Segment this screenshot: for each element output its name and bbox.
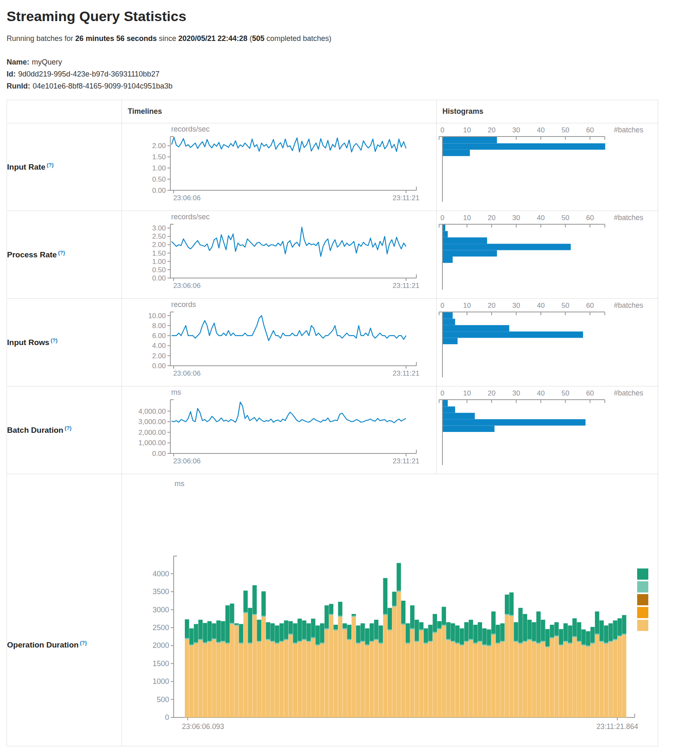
stacked-bar-base bbox=[379, 644, 383, 717]
stacked-bar-top bbox=[325, 605, 329, 628]
stacked-bar-mid bbox=[320, 643, 324, 644]
stacked-bar-top bbox=[239, 624, 243, 643]
stacked-bar-base bbox=[343, 629, 347, 717]
stacked-bar-top bbox=[347, 625, 351, 639]
stacked-bar-base bbox=[509, 616, 514, 717]
svg-text:1.00: 1.00 bbox=[152, 258, 166, 266]
stacked-bar-mid bbox=[311, 637, 315, 638]
svg-text:3.00: 3.00 bbox=[152, 224, 166, 232]
stacked-bar-top bbox=[536, 612, 540, 643]
stacked-bar-base bbox=[554, 637, 559, 717]
histogram-bar bbox=[443, 413, 475, 419]
svg-text:40: 40 bbox=[537, 126, 545, 134]
stacked-bar-mid bbox=[406, 643, 410, 644]
stacked-bar-top bbox=[289, 621, 293, 633]
stacked-bar-mid bbox=[545, 646, 549, 647]
stacked-bar-base bbox=[298, 642, 302, 717]
input-rate-timeline-chart: records/sec2.001.501.000.500.0023:06:062… bbox=[122, 123, 436, 211]
svg-text:60: 60 bbox=[586, 214, 594, 222]
stacked-bar-top bbox=[410, 605, 414, 628]
svg-text:23:06:06: 23:06:06 bbox=[173, 369, 201, 377]
histogram-bar bbox=[443, 331, 583, 338]
svg-text:10.00: 10.00 bbox=[148, 312, 166, 320]
histogram-bar bbox=[443, 400, 448, 406]
svg-text:50: 50 bbox=[561, 214, 569, 222]
stacked-bar-mid bbox=[325, 628, 329, 630]
stacked-bar-top bbox=[234, 624, 239, 625]
stacked-bar-mid bbox=[568, 643, 572, 644]
stacked-bar-mid bbox=[600, 641, 604, 642]
stacked-bar-base bbox=[617, 637, 621, 717]
stacked-bar-top bbox=[500, 624, 504, 641]
svg-text:20: 20 bbox=[488, 214, 496, 222]
stacked-bar-mid bbox=[338, 616, 342, 617]
stacked-bar-mid bbox=[424, 643, 428, 644]
svg-text:2.00: 2.00 bbox=[152, 142, 166, 150]
svg-text:4000: 4000 bbox=[153, 570, 169, 578]
stacked-bar-mid bbox=[509, 615, 514, 616]
stacked-bar-base bbox=[315, 645, 320, 717]
stacked-bar-mid bbox=[464, 641, 468, 642]
help-icon[interactable]: (?) bbox=[58, 249, 65, 256]
stacked-bar-top bbox=[572, 618, 576, 636]
stacked-bar-base bbox=[383, 615, 387, 717]
stacked-bar-base bbox=[500, 642, 504, 717]
stacked-bar-mid bbox=[365, 645, 369, 646]
help-icon[interactable]: (?) bbox=[50, 337, 57, 343]
svg-text:30: 30 bbox=[512, 389, 520, 397]
stacked-bar-mid bbox=[514, 641, 518, 642]
stacked-bar-top bbox=[392, 592, 396, 606]
stacked-bar-mid bbox=[388, 629, 392, 631]
query-runid-value: 04e101e6-8bf8-4165-9099-9104c951ba3b bbox=[33, 82, 172, 90]
stacked-bar-base bbox=[424, 644, 428, 717]
svg-text:500: 500 bbox=[157, 695, 169, 704]
help-icon[interactable]: (?) bbox=[47, 162, 54, 168]
row-label-batch-duration: Batch Duration(?) bbox=[7, 386, 122, 474]
histogram-bar bbox=[443, 325, 509, 331]
stacked-bar-base bbox=[473, 644, 478, 717]
stacked-bar-base bbox=[216, 643, 220, 717]
stacked-bar-base bbox=[600, 642, 604, 717]
stacked-bar-mid bbox=[392, 606, 396, 607]
stacked-bar-base bbox=[442, 626, 446, 717]
stacked-bar-top bbox=[518, 608, 523, 643]
svg-text:23:06:06: 23:06:06 bbox=[173, 194, 201, 202]
svg-text:0.00: 0.00 bbox=[152, 274, 166, 282]
timeline-line bbox=[172, 402, 406, 423]
svg-text:60: 60 bbox=[586, 302, 594, 309]
legend-swatch bbox=[637, 607, 648, 618]
stacked-bar-top bbox=[293, 624, 297, 643]
stacked-bar-top bbox=[505, 595, 509, 614]
svg-text:0.00: 0.00 bbox=[152, 450, 166, 458]
stacked-bar-mid bbox=[536, 643, 540, 644]
stacked-bar-base bbox=[568, 644, 572, 717]
stacked-bar-base bbox=[392, 607, 396, 717]
svg-text:records/sec: records/sec bbox=[171, 125, 210, 133]
stacked-bar-mid bbox=[343, 628, 347, 630]
stacked-bar-base bbox=[302, 640, 306, 717]
stacked-bar-top bbox=[433, 614, 437, 632]
svg-text:60: 60 bbox=[586, 126, 594, 134]
stacked-bar-mid bbox=[221, 641, 225, 642]
stacked-bar-mid bbox=[460, 645, 464, 646]
stacked-bar-base bbox=[284, 640, 288, 717]
stacked-bar-mid bbox=[572, 636, 576, 638]
svg-text:#batches: #batches bbox=[614, 389, 643, 397]
svg-text:ms: ms bbox=[174, 480, 184, 488]
stacked-bar-top bbox=[509, 592, 514, 615]
table-row-operation-duration: Operation Duration(?) ms4000350030002500… bbox=[7, 474, 658, 746]
stacked-bar-top bbox=[198, 620, 203, 639]
histogram-bar bbox=[443, 143, 605, 149]
help-icon[interactable]: (?) bbox=[65, 425, 72, 431]
row-label-input-rate: Input Rate(?) bbox=[7, 123, 122, 211]
help-icon[interactable]: (?) bbox=[80, 640, 87, 646]
running-duration: 26 minutes 56 seconds bbox=[75, 34, 157, 43]
stacked-bar-mid bbox=[203, 643, 207, 644]
svg-text:10: 10 bbox=[463, 389, 471, 397]
svg-text:40: 40 bbox=[537, 214, 545, 222]
svg-text:0: 0 bbox=[440, 389, 444, 397]
row-label-text: Process Rate bbox=[7, 251, 57, 259]
row-label-text: Input Rows bbox=[7, 338, 49, 347]
stacked-bar-mid bbox=[306, 641, 311, 642]
stacked-bar-base bbox=[518, 644, 523, 717]
